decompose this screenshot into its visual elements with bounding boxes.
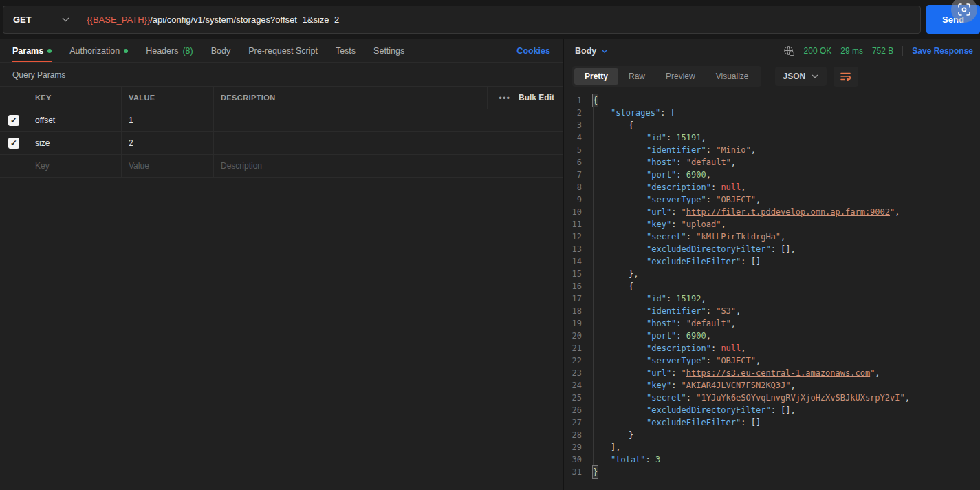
indent-guide (593, 119, 611, 131)
json-token: : (711, 181, 721, 193)
param-value-placeholder[interactable]: Value (121, 155, 213, 177)
request-pane: ParamsAuthorizationHeaders(8)BodyPre-req… (0, 39, 564, 490)
save-response-button[interactable]: Save Response (902, 46, 973, 56)
json-link[interactable]: http://filer.t.pddevelop.omn.ap.farm:900… (686, 206, 890, 218)
param-description-placeholder[interactable]: Description (213, 155, 487, 177)
json-token: "serverType" (646, 354, 706, 367)
json-token: "excludedDirectoryFilter" (646, 404, 771, 416)
param-key-cell[interactable]: offset (28, 109, 121, 131)
query-params-table: KEY VALUE DESCRIPTION ••• Bulk Edit ✓off… (0, 86, 563, 178)
chevron-down-icon (812, 74, 818, 78)
indent-guide (593, 454, 611, 466)
format-dropdown[interactable]: JSON (775, 67, 827, 86)
chevron-down-icon (62, 17, 69, 22)
indent-guide (629, 342, 646, 354)
indent-guide (629, 367, 646, 379)
json-token: " (682, 367, 686, 379)
indent-guide (611, 144, 629, 156)
tab-params[interactable]: Params (12, 39, 52, 62)
indent-guide (593, 429, 611, 441)
json-token: : (676, 156, 686, 169)
param-checkbox[interactable]: ✓ (8, 138, 19, 149)
status-badge[interactable]: 200 OK (804, 46, 832, 56)
view-tab-visualize[interactable]: Visualize (706, 68, 759, 85)
query-params-title: Query Params (0, 63, 563, 86)
param-description-cell[interactable] (213, 132, 487, 154)
json-token: } (629, 429, 633, 441)
indent-guide (629, 354, 646, 367)
indent-guide (629, 243, 646, 255)
json-token: "key" (646, 218, 671, 231)
wrap-text-icon (840, 72, 851, 81)
json-link[interactable]: https://s3.eu-central-1.amazonaws.com (686, 367, 870, 379)
view-tab-raw[interactable]: Raw (618, 68, 655, 85)
code-line: 14"excludeFileFilter": [] (564, 255, 980, 268)
more-options-icon[interactable]: ••• (499, 93, 510, 103)
indent-guide (629, 206, 646, 218)
json-token: }, (629, 268, 638, 280)
code-line: 26"excludedDirectoryFilter": [], (564, 404, 980, 416)
param-checkbox[interactable]: ✓ (8, 115, 19, 126)
view-tab-preview[interactable]: Preview (655, 68, 706, 85)
param-value-cell[interactable]: 2 (121, 132, 213, 154)
param-value-cell[interactable]: 1 (121, 109, 213, 131)
code-line: 1{ (564, 94, 980, 107)
tab-body[interactable]: Body (211, 39, 231, 62)
indent-guide (593, 441, 611, 454)
line-number: 2 (564, 107, 593, 119)
line-number: 14 (564, 255, 593, 268)
response-view-row: PrettyRawPreviewVisualize JSON (564, 63, 980, 92)
response-time[interactable]: 29 ms (840, 46, 863, 56)
code-line: 7"port": 6900, (564, 169, 980, 181)
code-line: 29], (564, 441, 980, 454)
tab-tests[interactable]: Tests (336, 39, 356, 62)
param-description-cell[interactable] (213, 109, 487, 131)
param-key-placeholder[interactable]: Key (28, 155, 121, 177)
json-token: "S3" (716, 305, 736, 317)
json-token: "secret" (646, 392, 686, 404)
code-line: 4"id": 15191, (564, 131, 980, 144)
tab-settings[interactable]: Settings (373, 39, 404, 62)
response-view-tabs: PrettyRawPreviewVisualize (572, 66, 761, 87)
indent-guide (611, 268, 629, 280)
response-body-dropdown[interactable]: Body (575, 46, 608, 56)
line-number: 28 (564, 429, 593, 441)
json-token: : (706, 144, 716, 156)
view-tab-pretty[interactable]: Pretty (574, 68, 618, 85)
indent-guide (593, 416, 611, 429)
response-size[interactable]: 752 B (872, 46, 893, 56)
indent-guide (593, 255, 611, 268)
json-token: "description" (646, 342, 711, 354)
json-token: null (721, 181, 741, 193)
code-line: 2"storages": [ (564, 107, 980, 119)
indent-guide (629, 330, 646, 342)
cookies-link[interactable]: Cookies (516, 46, 550, 56)
json-token: "host" (646, 317, 676, 330)
indent-guide (611, 231, 629, 243)
indent-guide (629, 392, 646, 404)
indent-guide (593, 292, 611, 305)
indent-guide (611, 317, 629, 330)
wrap-text-button[interactable] (834, 67, 858, 87)
json-token: : (741, 416, 750, 429)
json-token: , (895, 206, 900, 218)
line-number: 20 (564, 330, 593, 342)
tab-label: Pre-request Script (248, 46, 318, 56)
line-number: 4 (564, 131, 593, 144)
column-header-value: VALUE (121, 87, 213, 109)
tab-authorization[interactable]: Authorization (69, 39, 128, 62)
indent-guide (611, 342, 629, 354)
json-token: : (676, 317, 686, 330)
code-line: 10"url": "http://filer.t.pddevelop.omn.a… (564, 206, 980, 218)
param-placeholder-row: KeyValueDescription (0, 155, 563, 178)
tab-pre-request-script[interactable]: Pre-request Script (248, 39, 318, 62)
tab-headers[interactable]: Headers(8) (146, 39, 193, 62)
method-select[interactable]: GET (3, 6, 78, 34)
indent-guide (593, 156, 611, 169)
code-line: 13"excludedDirectoryFilter": [], (564, 243, 980, 255)
param-key-cell[interactable]: size (28, 132, 121, 154)
response-body-code[interactable]: 1{2"storages": [3{4"id": 15191,5"identif… (564, 92, 980, 478)
bulk-edit-button[interactable]: Bulk Edit (519, 93, 554, 103)
url-input[interactable]: {{BASE_PATH}}/api/config/v1/system/stora… (78, 6, 921, 34)
json-token: "url" (646, 206, 671, 218)
